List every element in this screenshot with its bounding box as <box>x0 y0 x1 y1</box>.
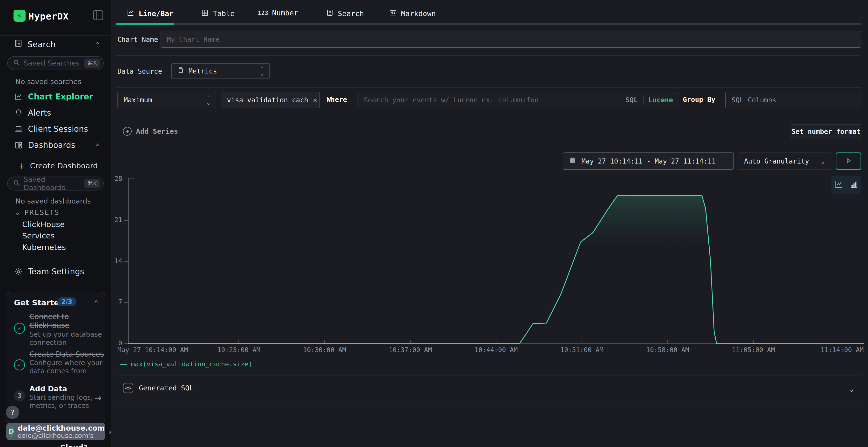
help-button[interactable]: ? <box>6 406 19 419</box>
tab-label: Line/Bar <box>138 9 174 18</box>
sidebar: ⚡ HyperDX Search ⌃ Saved Searches ⌘K No … <box>0 0 111 447</box>
step-title[interactable]: Connect toClickHouse <box>29 312 69 330</box>
create-dashboard-button[interactable]: + Create Dashboard <box>18 161 98 171</box>
preset-clickhouse[interactable]: ClickHouse <box>22 220 65 229</box>
where-search-input[interactable]: Search your events w/ Lucene ex. column:… <box>358 92 679 108</box>
divider <box>116 375 861 375</box>
x-axis-label: 10:58:00 AM <box>631 346 704 353</box>
sidebar-section-search[interactable]: Search <box>14 39 56 49</box>
preset-services[interactable]: Services <box>22 231 55 240</box>
set-number-format-button[interactable]: Set number format <box>791 124 861 139</box>
sidebar-item-label: Chart Explorer <box>28 92 93 101</box>
collapse-sidebar-icon[interactable] <box>93 10 103 20</box>
data-source-value: Metrics <box>189 67 217 75</box>
tab-search[interactable]: Search <box>326 9 364 19</box>
sidebar-item-alerts[interactable]: Alerts <box>14 108 51 117</box>
active-tab-indicator <box>116 23 174 25</box>
tab-label: Markdown <box>401 9 436 18</box>
step-subtitle: Set up your databaseconnection <box>29 331 102 347</box>
saved-searches-input[interactable]: Saved Searches ⌘K <box>7 56 104 70</box>
step-subtitle: Configure where yourdata comes from <box>29 359 102 375</box>
y-axis-label: 28 <box>111 175 122 182</box>
user-email: dale@clickhouse.com <box>18 424 105 432</box>
granularity-select[interactable]: Auto Granularity ⌄ <box>738 152 831 170</box>
x-axis-label: May 27 10:14:00 AM <box>117 346 188 353</box>
step-title[interactable]: Add Data <box>29 384 67 393</box>
generated-sql-toggle[interactable]: <> Generated SQL <box>123 383 194 393</box>
presets-toggle[interactable]: ⌄ PRESETS <box>14 209 60 216</box>
search-icon <box>13 179 20 187</box>
y-axis-label: 7 <box>111 298 122 306</box>
gear-icon <box>14 267 23 276</box>
database-icon <box>178 67 184 75</box>
create-dashboard-label: Create Dashboard <box>30 161 98 170</box>
add-series-button[interactable]: + Add Series <box>123 127 178 136</box>
run-query-button[interactable] <box>836 152 861 170</box>
sidebar-item-client-sessions[interactable]: Client Sessions <box>14 124 88 134</box>
saved-dashboards-input[interactable]: Saved Dashboards ⌘K <box>7 176 104 191</box>
date-range-value: May 27 10:14:11 - May 27 11:14:11 <box>582 157 716 165</box>
tab-markdown[interactable]: Markdown <box>389 9 436 19</box>
time-series-chart[interactable]: 07142128May 27 10:14:00 AM10:23:00 AM10:… <box>111 176 868 359</box>
app-title: HyperDX <box>28 11 69 22</box>
number-123-icon: 123 <box>258 10 268 16</box>
team-settings-label: Team Settings <box>28 267 84 276</box>
sidebar-item-dashboards[interactable]: Dashboards <box>14 140 75 150</box>
x-axis-label: 10:37:00 AM <box>374 346 446 353</box>
chevron-up-icon[interactable]: ⌃ <box>95 40 100 49</box>
x-axis-label: 10:23:00 AM <box>203 346 275 353</box>
divider <box>116 56 861 56</box>
sidebar-item-label: Alerts <box>28 108 51 117</box>
table-icon <box>201 9 209 19</box>
kbd-shortcut: ⌘K <box>84 59 100 68</box>
chart-canvas[interactable] <box>111 176 868 359</box>
date-range-picker[interactable]: May 27 10:14:11 - May 27 11:14:11 <box>563 152 734 170</box>
tab-number[interactable]: 123 Number <box>258 9 298 17</box>
y-axis-label: 14 <box>111 257 122 265</box>
close-icon[interactable]: ✕ <box>313 96 317 104</box>
step-title[interactable]: Create Data Sources <box>29 350 104 358</box>
lucene-mode-toggle[interactable]: Lucene <box>649 96 673 104</box>
sql-mode-toggle[interactable]: SQL <box>625 96 638 104</box>
generated-sql-label: Generated SQL <box>139 384 194 392</box>
tab-line-bar[interactable]: Line/Bar <box>127 9 174 19</box>
aggregation-select[interactable]: Maximum ⌃⌄ <box>117 92 216 108</box>
divider <box>0 35 111 36</box>
x-axis-label: 10:44:00 AM <box>460 346 532 353</box>
select-chevrons-icon: ⌃⌄ <box>207 95 210 105</box>
user-menu[interactable]: D dale@clickhouse.com dale@clickhouse.co… <box>6 423 105 440</box>
sidebar-item-label: Client Sessions <box>28 124 88 134</box>
user-subtext: dale@clickhouse.com's <box>18 432 105 439</box>
chevron-down-icon[interactable]: ⌄ <box>849 384 854 393</box>
presets-label: PRESETS <box>24 209 59 216</box>
chevron-down-icon: ⌄ <box>14 209 20 216</box>
group-by-placeholder: SQL Columns <box>732 96 776 104</box>
series-area-fill <box>128 196 864 344</box>
chevron-up-icon[interactable]: ⌃ <box>94 299 98 307</box>
calendar-icon <box>569 157 576 166</box>
step-done-check-icon: ✓ <box>14 323 25 334</box>
sidebar-item-label: Dashboards <box>28 140 75 150</box>
hyperdx-logo-icon[interactable]: ⚡ <box>13 10 26 22</box>
sidebar-item-chart-explorer[interactable]: Chart Explorer <box>14 92 93 101</box>
metric-field-chip[interactable]: visa_validation_cach ✕ <box>221 92 320 108</box>
preset-kubernetes[interactable]: Kubernetes <box>22 243 66 252</box>
chart-name-input[interactable]: My Chart Name <box>161 31 861 48</box>
chevron-up-icon[interactable]: ⌃ <box>95 142 100 150</box>
tab-label: Number <box>272 9 298 17</box>
metric-field-name: visa_validation_cach <box>227 96 308 104</box>
group-by-input[interactable]: SQL Columns <box>725 92 861 108</box>
series-line <box>128 196 864 344</box>
step-number-badge: 3 <box>14 390 25 401</box>
add-series-label: Add Series <box>136 127 178 135</box>
data-source-select[interactable]: Metrics ⌃⌄ <box>171 63 270 79</box>
tab-table[interactable]: Table <box>201 9 235 19</box>
get-started-card: Get Started 2/3 ⌃ ✓ Connect toClickHouse… <box>6 292 105 423</box>
journal-icon <box>14 39 23 49</box>
clipped-bottom-text: Cloud? <box>60 443 88 447</box>
arrow-right-icon[interactable]: → <box>94 393 101 403</box>
sidebar-item-team-settings[interactable]: Team Settings <box>14 267 84 276</box>
mode-separator: | <box>641 96 645 104</box>
where-placeholder: Search your events w/ Lucene ex. column:… <box>364 96 539 104</box>
chart-legend[interactable]: max(visa_validation_cache.size) <box>120 360 252 368</box>
